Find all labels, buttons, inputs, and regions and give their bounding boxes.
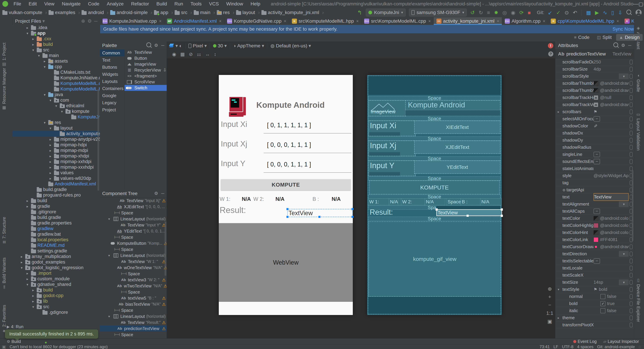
tree-row[interactable]: ▸ build bbox=[12, 287, 100, 293]
tree-expand-arrow[interactable]: ▸ bbox=[20, 260, 24, 264]
tree-expand-arrow[interactable]: ▸ bbox=[31, 37, 35, 41]
pick-resource-icon[interactable] bbox=[630, 316, 633, 320]
blueprint-edittext[interactable]: YEditText bbox=[414, 160, 500, 174]
tree-row[interactable]: ▸ mipmap-xxhdpi bbox=[12, 159, 100, 164]
pick-resource-icon[interactable] bbox=[630, 294, 633, 299]
sync-now-link[interactable]: Sync Now bbox=[612, 26, 634, 32]
blueprint-bias-label[interactable]: B : bbox=[460, 198, 481, 205]
tool-tab-layout-validation[interactable]: ▭ Layout Validation bbox=[636, 112, 641, 150]
color-swatch[interactable] bbox=[594, 81, 598, 86]
toggle-icon[interactable] bbox=[594, 159, 600, 164]
palette-item[interactable]: Button bbox=[124, 55, 167, 61]
blueprint-w2-label[interactable]: W 2: bbox=[401, 198, 426, 205]
component-row[interactable]: Space bbox=[100, 246, 167, 252]
design-error-badge[interactable]: ! bbox=[548, 43, 553, 48]
status-widget[interactable]: Git: android-example bbox=[597, 344, 635, 349]
editor-tab[interactable]: KomputeGdNative.cpp × bbox=[224, 17, 289, 25]
tool-tab-resource-manager[interactable]: ▦ Resource Manager bbox=[2, 68, 6, 110]
selected-textview[interactable]: TextView bbox=[287, 209, 353, 217]
attributes-scrollbar[interactable] bbox=[632, 170, 634, 241]
tab-close-icon[interactable]: × bbox=[219, 19, 222, 24]
breadcrumb[interactable]: vulkan-compute › bbox=[2, 10, 47, 15]
tab-close-icon[interactable]: × bbox=[159, 19, 162, 24]
pick-resource-icon[interactable] bbox=[630, 67, 633, 72]
sdk-manager-icon[interactable]: ⇩ bbox=[618, 10, 622, 16]
tree-expand-arrow[interactable]: ▸ bbox=[48, 154, 52, 158]
dropdown-icon[interactable] bbox=[619, 251, 628, 257]
color-swatch[interactable] bbox=[594, 230, 598, 235]
tree-expand-arrow[interactable]: ▾ bbox=[37, 54, 41, 58]
tree-row[interactable]: ▸ custom_module bbox=[12, 276, 100, 282]
attribute-value[interactable] bbox=[594, 130, 628, 136]
component-row[interactable]: Space bbox=[100, 332, 167, 338]
breadcrumb[interactable]: android-simple › bbox=[110, 10, 152, 15]
attribute-value[interactable] bbox=[594, 115, 628, 122]
attribute-value[interactable] bbox=[594, 314, 628, 321]
selection-handle[interactable] bbox=[501, 208, 503, 210]
palette-item[interactable]: TextView bbox=[124, 50, 167, 55]
tree-expand-arrow[interactable]: ▸ bbox=[25, 271, 30, 276]
device-selector[interactable]: samsung SM-G930F▾ bbox=[409, 9, 467, 16]
selection-handle[interactable] bbox=[286, 216, 288, 218]
attribute-value[interactable] bbox=[594, 158, 628, 165]
palette-item[interactable]: ImageView bbox=[124, 61, 167, 67]
attribute-value[interactable]: TextView bbox=[594, 193, 628, 201]
blueprint-space[interactable]: Space bbox=[368, 195, 500, 199]
attribute-value[interactable]: @android:drawable/te bbox=[594, 243, 628, 250]
attribute-value-text[interactable]: 4dp bbox=[594, 66, 601, 72]
tree-row[interactable]: ▸ assets bbox=[12, 58, 100, 64]
design-canvas[interactable]: Kompute Android Input Xi [ 0, 1, 1, 1, 1… bbox=[167, 58, 555, 338]
tree-row[interactable]: ▸ mipmap-anydpi-v26 bbox=[12, 136, 100, 142]
attribute-expand-arrow[interactable]: ▸ bbox=[558, 316, 562, 320]
attribute-expand-arrow[interactable]: ▸ bbox=[558, 110, 562, 114]
tree-expand-arrow[interactable]: ▸ bbox=[25, 199, 30, 203]
tree-row[interactable]: ▸ .idea bbox=[12, 25, 100, 30]
tree-expand-arrow[interactable]: ▾ bbox=[31, 48, 35, 52]
debug-icon[interactable]: ✹ bbox=[494, 10, 498, 16]
blueprint-preview[interactable]: Space ImageView Kompute Android Space In… bbox=[367, 75, 502, 315]
tree-row[interactable]: ▸ mipmap-mdpi bbox=[12, 148, 100, 153]
attribute-value-text[interactable]: false bbox=[607, 294, 616, 299]
status-widget[interactable]: UTF-8 bbox=[562, 344, 574, 349]
close-button[interactable]: × bbox=[643, 1, 644, 7]
status-widget[interactable]: LF bbox=[554, 344, 558, 349]
tab-close-icon[interactable]: × bbox=[497, 19, 499, 24]
warning-icon[interactable] bbox=[162, 278, 166, 282]
tree-expand-arrow[interactable]: ▸ bbox=[48, 176, 52, 180]
menu-item[interactable]: Run bbox=[171, 1, 187, 6]
component-row[interactable]: XJEditText "[ 0, 0, 0, ... bbox=[100, 204, 167, 210]
tree-expand-arrow[interactable]: ▸ bbox=[48, 148, 52, 152]
tree-row[interactable]: ▾ src bbox=[12, 47, 100, 53]
git-update-icon[interactable]: ↙ bbox=[548, 10, 552, 16]
blueprint-edittext[interactable]: XIEditText bbox=[414, 120, 500, 134]
attribute-value[interactable] bbox=[594, 122, 628, 130]
locale-dropdown[interactable]: ◍ Default (en-us)▾ bbox=[270, 43, 311, 48]
attribute-value-text[interactable]: true bbox=[607, 301, 615, 306]
tree-expand-arrow[interactable]: ▸ bbox=[48, 160, 52, 164]
color-swatch[interactable] bbox=[594, 88, 598, 93]
tree-row[interactable]: gradlew.bat bbox=[12, 232, 100, 237]
project-collapse-icon[interactable]: ⊕ bbox=[81, 18, 85, 24]
attribute-value[interactable]: @android:drawable/s bbox=[594, 87, 628, 94]
attribute-value[interactable]: @android:color/highli bbox=[594, 222, 628, 229]
tree-row[interactable]: ▾ godot_logistic_regression bbox=[12, 265, 100, 270]
blueprint-selected-textview[interactable]: TextView bbox=[436, 209, 502, 216]
pick-resource-icon[interactable] bbox=[630, 102, 633, 107]
tree-row[interactable]: ▸ lib bbox=[12, 298, 100, 304]
editor-tab[interactable]: cpp\KomputeModelML.hpp × bbox=[548, 17, 622, 25]
component-row[interactable]: textView3 "W 2: " bbox=[100, 277, 167, 283]
pick-resource-icon[interactable] bbox=[630, 74, 633, 79]
tree-expand-arrow[interactable]: ▾ bbox=[48, 98, 52, 102]
component-tree-hide-icon[interactable]: ─ bbox=[161, 191, 164, 196]
pick-resource-icon[interactable] bbox=[630, 131, 633, 136]
checkbox[interactable] bbox=[600, 294, 606, 299]
avatar[interactable] bbox=[636, 10, 642, 16]
attribute-value[interactable]: @android:drawable/c bbox=[594, 101, 628, 108]
breadcrumb[interactable]: android › bbox=[82, 10, 108, 15]
tree-row[interactable]: gradlew bbox=[12, 226, 100, 232]
tree-expand-arrow[interactable]: ▾ bbox=[48, 126, 52, 130]
tree-row[interactable]: ▾ ethicalml bbox=[12, 103, 100, 108]
project-settings-icon[interactable]: ⚙ bbox=[88, 18, 92, 24]
tree-row[interactable]: build.gradle bbox=[12, 215, 100, 220]
tab-close-icon[interactable]: × bbox=[543, 19, 545, 24]
